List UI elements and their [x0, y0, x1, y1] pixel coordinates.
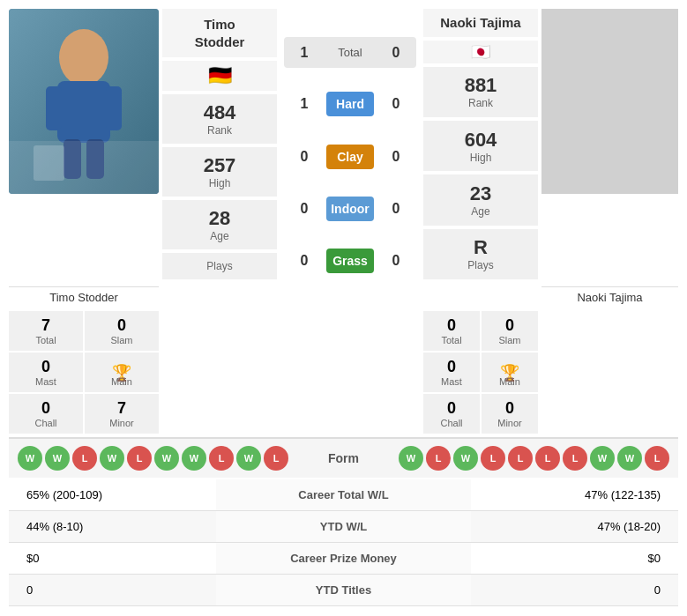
right-mast-cell: 0 Mast — [423, 353, 480, 392]
right-age-box: 23 Age — [423, 174, 538, 225]
svg-rect-2 — [57, 81, 110, 143]
grass-surface-btn[interactable]: Grass — [326, 249, 374, 273]
indoor-row: 0 Indoor 0 — [284, 193, 416, 225]
right-main-cell: 🏆 0 Main — [482, 353, 538, 392]
left-name-bottom: Timo Stodder — [9, 286, 159, 308]
hard-score-left: 1 — [291, 96, 317, 112]
left-rank-label: Rank — [166, 124, 273, 137]
left-slam-cell: 0 Slam — [85, 311, 159, 351]
hard-score-right: 0 — [383, 96, 409, 112]
stat-center-1: YTD W/L — [216, 511, 470, 543]
stats-row-1: 44% (8-10) YTD W/L 47% (18-20) — [9, 511, 678, 543]
right-high-box: 604 High — [423, 121, 538, 171]
right-spacer — [423, 286, 538, 308]
right-chall-cell: 0 Chall — [423, 394, 480, 434]
right-rank-box: 881 Rank — [423, 67, 538, 117]
right-plays-label: Plays — [427, 259, 534, 271]
svg-point-1 — [59, 29, 108, 85]
right-plays-value: R — [427, 236, 534, 259]
right-form-balls: WLWLLLLWWL — [399, 446, 669, 471]
stat-right-2: $0 — [471, 543, 678, 575]
grass-row: 0 Grass 0 — [284, 245, 416, 277]
stats-row-0: 65% (200-109) Career Total W/L 47% (122-… — [9, 479, 678, 511]
left-main-cell: 🏆 0 Main — [85, 353, 159, 392]
stat-center-0: Career Total W/L — [216, 479, 470, 511]
form-ball-l: L — [481, 446, 505, 471]
form-ball-w: W — [590, 446, 615, 471]
top-section: Timo Stodder 🇩🇪 484 Rank 257 High 28 Age… — [9, 9, 678, 279]
right-rank-value: 881 — [427, 74, 534, 97]
left-age-label: Age — [166, 230, 273, 242]
right-photo-spacer-wins — [541, 311, 678, 434]
indoor-surface-btn[interactable]: Indoor — [326, 197, 374, 221]
left-age-box: 28 Age — [162, 200, 277, 249]
middle-spacer-wins — [162, 311, 420, 434]
total-score-right: 0 — [383, 45, 409, 61]
stats-table: 65% (200-109) Career Total W/L 47% (122-… — [9, 479, 678, 606]
win-stats-section: 7 Total 0 Slam 0 Mast 🏆 0 Main 0 — [9, 311, 678, 434]
stat-left-0: 65% (200-109) — [9, 479, 216, 511]
left-high-box: 257 High — [162, 147, 277, 197]
stat-right-3: 0 — [471, 575, 678, 606]
right-player-flag: 🇯🇵 — [423, 41, 538, 63]
right-minor-cell: 0 Minor — [482, 394, 538, 434]
left-win-stats: 7 Total 0 Slam 0 Mast 🏆 0 Main 0 — [9, 311, 159, 434]
svg-rect-7 — [34, 145, 64, 181]
left-plays-label: Plays — [166, 260, 273, 272]
svg-rect-6 — [86, 139, 104, 179]
form-label: Form — [328, 451, 359, 465]
left-mast-cell: 0 Mast — [9, 353, 83, 392]
left-plays-box: Plays — [162, 253, 277, 279]
left-age-value: 28 — [166, 207, 273, 230]
form-ball-l: L — [127, 446, 152, 471]
left-rank-value: 484 — [166, 101, 273, 124]
stat-center-3: YTD Titles — [216, 575, 470, 606]
right-plays-box: R Plays — [423, 229, 538, 279]
form-ball-l: L — [426, 446, 451, 471]
left-player-name: Timo Stodder — [162, 9, 277, 57]
left-chall-cell: 0 Chall — [9, 394, 83, 434]
right-age-value: 23 — [427, 182, 534, 205]
right-high-label: High — [427, 152, 534, 164]
form-ball-w: W — [45, 446, 70, 471]
form-ball-w: W — [236, 446, 261, 471]
form-ball-w: W — [154, 446, 179, 471]
spacer — [162, 286, 420, 308]
stat-left-3: 0 — [9, 575, 216, 606]
right-total-cell: 0 Total — [423, 311, 480, 351]
total-row: 1 Total 0 — [284, 37, 416, 68]
svg-rect-4 — [106, 86, 122, 130]
right-player-name-top: Naoki Tajima — [423, 9, 538, 37]
right-rank-label: Rank — [427, 97, 534, 109]
clay-score-left: 0 — [291, 149, 317, 165]
form-ball-l: L — [72, 446, 97, 471]
clay-surface-btn[interactable]: Clay — [326, 145, 374, 169]
left-player-info: Timo Stodder 🇩🇪 484 Rank 257 High 28 Age… — [162, 9, 277, 279]
form-ball-l: L — [508, 446, 533, 471]
form-ball-w: W — [18, 446, 42, 471]
indoor-score-right: 0 — [383, 201, 409, 217]
indoor-score-left: 0 — [291, 201, 317, 217]
right-slam-cell: 0 Slam — [482, 311, 538, 351]
total-label: Total — [326, 41, 374, 64]
left-high-value: 257 — [166, 154, 273, 177]
left-high-label: High — [166, 177, 273, 189]
right-age-label: Age — [427, 205, 534, 218]
right-name-bottom: Naoki Tajima — [541, 286, 678, 308]
right-player-info: Naoki Tajima 🇯🇵 881 Rank 604 High 23 Age — [423, 9, 538, 279]
form-ball-w: W — [453, 446, 478, 471]
hard-surface-btn[interactable]: Hard — [326, 92, 374, 116]
middle-col: 1 Total 0 1 Hard 0 0 Clay 0 0 Indoor 0 — [280, 9, 420, 279]
stats-row-3: 0 YTD Titles 0 — [9, 575, 678, 606]
grass-score-left: 0 — [291, 253, 317, 269]
total-score-left: 1 — [291, 45, 317, 61]
left-player-photo — [9, 9, 159, 194]
stat-right-1: 47% (18-20) — [471, 511, 678, 543]
form-ball-l: L — [563, 446, 587, 471]
svg-rect-5 — [63, 139, 81, 179]
right-high-value: 604 — [427, 129, 534, 152]
stat-right-0: 47% (122-135) — [471, 479, 678, 511]
left-form-balls: WWLWLWWLWL — [18, 446, 288, 471]
grass-score-right: 0 — [383, 253, 409, 269]
form-ball-l: L — [264, 446, 288, 471]
